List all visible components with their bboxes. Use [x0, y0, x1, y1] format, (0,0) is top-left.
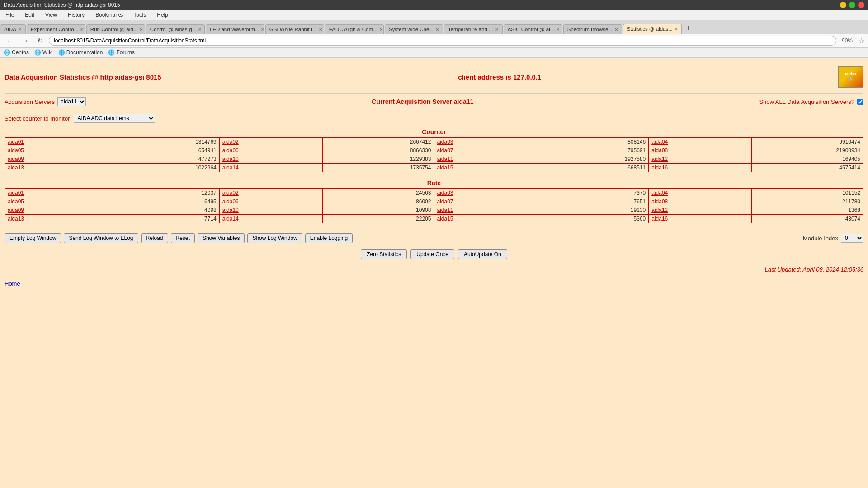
rate-label-2-3[interactable]: aida11 — [434, 206, 537, 215]
tab-fadc-align[interactable]: FADC Align & Com... ✕ — [325, 24, 384, 34]
counter-label-1-4[interactable]: aida08 — [649, 146, 752, 155]
rate-label-2-2[interactable]: aida10 — [219, 206, 322, 215]
counter-label-0-2[interactable]: aida02 — [219, 138, 322, 146]
menu-tools[interactable]: Tools — [132, 11, 148, 19]
send-log-button[interactable]: Send Log Window to ELog — [64, 233, 138, 243]
tab-control-aidas-close[interactable]: ✕ — [198, 27, 202, 32]
counter-label-1-3[interactable]: aida07 — [434, 146, 537, 155]
rate-label-0-3[interactable]: aida03 — [434, 189, 537, 197]
counter-label-3-3[interactable]: aida15 — [434, 164, 537, 172]
tab-exp-control-label: Experiment Contro... — [31, 27, 78, 32]
counter-dropdown[interactable]: AIDA ADC data items — [74, 114, 155, 123]
reload-button[interactable]: Reload — [141, 233, 168, 243]
zero-statistics-button[interactable]: Zero Statistics — [361, 249, 407, 259]
tab-temperature-close[interactable]: ✕ — [495, 27, 499, 32]
tab-aida-close[interactable]: ✕ — [18, 27, 22, 32]
tab-run-control-close[interactable]: ✕ — [139, 27, 143, 32]
new-tab-icon[interactable]: + — [683, 22, 694, 34]
bookmark-centos[interactable]: 🌐 Centos — [4, 49, 29, 56]
enable-logging-button[interactable]: Enable Logging — [305, 233, 353, 243]
rate-row: aida01 12037 aida02 24563 aida03 7370 ai… — [5, 189, 863, 197]
counter-label-3-4[interactable]: aida16 — [649, 164, 752, 172]
counter-label-2-3[interactable]: aida11 — [434, 155, 537, 164]
rate-label-1-4[interactable]: aida08 — [649, 197, 752, 206]
counter-value-1-4: 21900934 — [752, 146, 863, 155]
reload-page-button[interactable]: ↻ — [34, 36, 46, 46]
tab-temperature[interactable]: Temperature and ... ✕ — [444, 24, 503, 34]
rate-label-1-2[interactable]: aida06 — [219, 197, 322, 206]
bookmark-documentation[interactable]: 🌐 Documentation — [58, 49, 103, 56]
rate-label-3-3[interactable]: aida15 — [434, 215, 537, 223]
counter-label-3-1[interactable]: aida13 — [5, 164, 108, 172]
tab-gsi-white[interactable]: GSI White Rabbit I... ✕ — [265, 24, 324, 34]
tab-exp-control[interactable]: Experiment Contro... ✕ — [27, 24, 85, 34]
server-select[interactable]: aida11 — [57, 97, 86, 106]
menu-bookmarks[interactable]: Bookmarks — [94, 11, 124, 19]
tab-led-wave-close[interactable]: ✕ — [261, 27, 264, 32]
counter-label-2-2[interactable]: aida10 — [219, 155, 322, 164]
tab-system-wide-close[interactable]: ✕ — [435, 27, 439, 32]
url-bar[interactable] — [49, 36, 836, 46]
rate-label-1-1[interactable]: aida05 — [5, 197, 108, 206]
rate-label-3-4[interactable]: aida16 — [649, 215, 752, 223]
rate-label-3-1[interactable]: aida13 — [5, 215, 108, 223]
counter-label-0-1[interactable]: aida01 — [5, 138, 108, 146]
tab-statistics-close[interactable]: ✕ — [675, 27, 678, 32]
menu-view[interactable]: View — [43, 11, 59, 19]
bookmark-forums[interactable]: 🌐 Forums — [108, 49, 135, 56]
show-all-checkbox[interactable] — [857, 99, 863, 105]
counter-label-0-4[interactable]: aida04 — [649, 138, 752, 146]
menu-file[interactable]: File — [4, 11, 16, 19]
counter-value-0-2: 2667412 — [322, 138, 434, 146]
rate-label-2-4[interactable]: aida12 — [649, 206, 752, 215]
maximize-button[interactable] — [849, 2, 855, 8]
counter-label-0-3[interactable]: aida03 — [434, 138, 537, 146]
tab-system-wide[interactable]: System wide Che... ✕ — [385, 24, 443, 34]
empty-log-button[interactable]: Empty Log Window — [5, 233, 61, 243]
close-button[interactable] — [858, 2, 864, 8]
show-log-window-button[interactable]: Show Log Window — [247, 233, 302, 243]
counter-label-1-1[interactable]: aida05 — [5, 146, 108, 155]
counter-label-2-4[interactable]: aida12 — [649, 155, 752, 164]
tab-aida[interactable]: AIDA ✕ — [0, 24, 26, 34]
rate-value-1-2: 86002 — [322, 197, 434, 206]
rate-label-2-1[interactable]: aida09 — [5, 206, 108, 215]
tab-fadc-align-close[interactable]: ✕ — [379, 27, 383, 32]
tab-statistics[interactable]: Statistics @ aidas... ✕ — [623, 24, 682, 34]
counter-label-3-2[interactable]: aida14 — [219, 164, 322, 172]
tab-led-wave[interactable]: LED and Waveform... ✕ — [206, 24, 264, 34]
forward-button[interactable]: → — [19, 36, 32, 46]
rate-label-0-4[interactable]: aida04 — [649, 189, 752, 197]
tab-asic-control-close[interactable]: ✕ — [556, 27, 560, 32]
tab-spectrum[interactable]: Spectrum Browse... ✕ — [563, 24, 622, 34]
menu-help[interactable]: Help — [155, 11, 170, 19]
reset-button[interactable]: Reset — [171, 233, 195, 243]
minimize-button[interactable] — [840, 2, 846, 8]
menu-edit[interactable]: Edit — [23, 11, 36, 19]
rate-label-1-3[interactable]: aida07 — [434, 197, 537, 206]
show-variables-button[interactable]: Show Variables — [198, 233, 245, 243]
rate-label-3-2[interactable]: aida14 — [219, 215, 322, 223]
bookmark-wiki[interactable]: 🌐 Wiki — [34, 49, 53, 56]
counter-label-2-1[interactable]: aida09 — [5, 155, 108, 164]
counter-table: aida01 1314769 aida02 2667412 aida03 808… — [5, 137, 863, 172]
tab-asic-control[interactable]: ASIC Control @ ai... ✕ — [504, 24, 562, 34]
counter-value-0-4: 9910474 — [752, 138, 863, 146]
rate-label-0-2[interactable]: aida02 — [219, 189, 322, 197]
back-button[interactable]: ← — [4, 36, 16, 46]
tab-exp-control-close[interactable]: ✕ — [80, 27, 84, 32]
counter-label-1-2[interactable]: aida06 — [219, 146, 322, 155]
home-link[interactable]: Home — [5, 277, 20, 290]
update-once-button[interactable]: Update Once — [410, 249, 454, 259]
rate-label-0-1[interactable]: aida01 — [5, 189, 108, 197]
counter-value-0-1: 1314769 — [108, 138, 219, 146]
module-index-select[interactable]: 0 — [841, 234, 863, 243]
bookmark-star-icon[interactable]: ☆ — [858, 37, 864, 45]
tab-gsi-white-close[interactable]: ✕ — [319, 27, 322, 32]
menu-history[interactable]: History — [66, 11, 86, 19]
auto-update-on-button[interactable]: AutoUpdate On — [458, 249, 507, 259]
client-address: client address is 127.0.0.1 — [458, 73, 541, 81]
tab-control-aidas[interactable]: Control @ aidas-g... ✕ — [146, 24, 205, 34]
tab-spectrum-close[interactable]: ✕ — [614, 27, 618, 32]
tab-run-control[interactable]: Run Control @ aid... ✕ — [86, 24, 145, 34]
